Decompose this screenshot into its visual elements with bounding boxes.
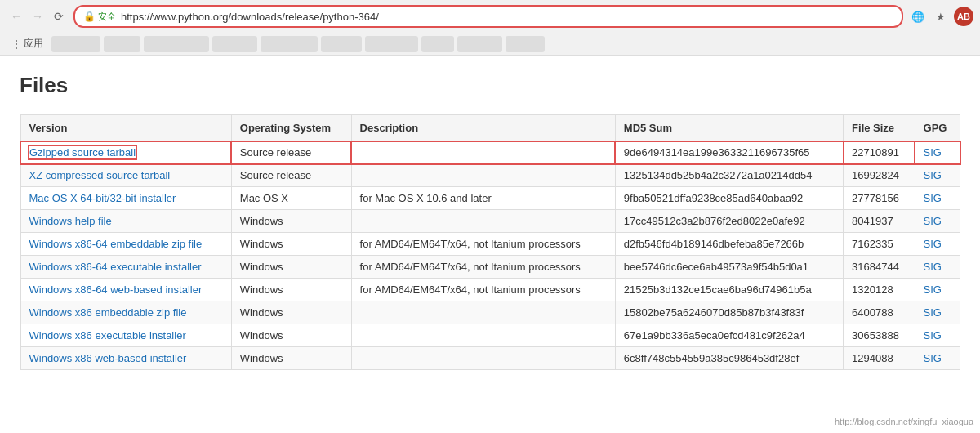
description-cell: for AMD64/EM64T/x64, not Itanium process… [351,233,615,256]
table-row: Windows x86-64 embeddable zip fileWindow… [20,233,960,256]
sig-link[interactable]: SIG [924,238,942,250]
version-cell: Windows x86-64 executable installer [20,256,231,279]
col-os: Operating System [231,115,351,141]
gpg-cell: SIG [915,187,960,210]
md5-cell: 15802be75a6246070d85b87b3f43f83f [615,301,843,324]
gpg-cell: SIG [915,164,960,187]
os-cell: Windows [231,233,351,256]
os-cell: Source release [231,164,351,187]
translate-button[interactable]: 🌐 [908,7,928,26]
md5-cell: 1325134dd525b4a2c3272a1a0214dd54 [615,164,843,187]
os-cell: Source release [231,141,351,164]
bookmark-8 [421,36,454,52]
sig-link[interactable]: SIG [924,215,942,227]
version-link[interactable]: Windows x86 executable installer [29,329,186,341]
description-cell [351,324,615,347]
version-link[interactable]: Windows x86-64 executable installer [29,261,202,273]
gpg-cell: SIG [915,301,960,324]
col-gpg: GPG [915,115,960,141]
description-cell: for AMD64/EM64T/x64, not Itanium process… [351,279,615,301]
page-title: Files [20,73,960,98]
table-body: Gzipped source tarballSource release9de6… [20,141,960,370]
table-row: Gzipped source tarballSource release9de6… [20,141,960,164]
description-cell [351,164,615,187]
sig-link[interactable]: SIG [924,192,942,204]
apps-button[interactable]: ⋮ 应用 [7,35,48,52]
version-link[interactable]: Windows help file [29,215,112,227]
sig-link[interactable]: SIG [924,306,942,319]
bookmark-4 [212,36,257,52]
md5-cell: d2fb546fd4b189146dbefeba85e7266b [615,233,843,256]
reload-button[interactable]: ⟳ [49,7,69,26]
table-row: XZ compressed source tarballSource relea… [20,164,960,187]
sig-link[interactable]: SIG [924,169,942,181]
sig-link[interactable]: SIG [924,146,942,158]
back-button[interactable]: ← [7,7,26,26]
version-link[interactable]: Mac OS X 64-bit/32-bit installer [29,192,176,204]
version-link[interactable]: XZ compressed source tarball [29,169,171,181]
filesize-cell: 22710891 [844,141,915,164]
description-cell [351,301,615,324]
version-cell: Windows x86 web-based installer [20,347,231,370]
version-cell: Windows help file [20,210,231,233]
table-row: Windows x86 embeddable zip fileWindows15… [20,301,960,324]
secure-label: 安全 [98,11,116,23]
filesize-cell: 1294088 [844,347,915,370]
bookmark-2 [104,36,140,52]
files-table: Version Operating System Description MD5… [20,114,960,370]
md5-cell: 6c8ff748c554559a385c986453df28ef [615,347,843,370]
description-cell [351,141,615,164]
sig-link[interactable]: SIG [924,352,942,364]
col-description: Description [351,115,615,141]
browser-chrome: ← → ⟳ 🔒 安全 https://www.python.org/downlo… [0,0,980,56]
sig-link[interactable]: SIG [924,329,942,341]
gpg-cell: SIG [915,141,960,164]
gpg-cell: SIG [915,233,960,256]
md5-cell: 9fba50521dffa9238ce85ad640abaa92 [615,187,843,210]
version-link[interactable]: Gzipped source tarball [29,146,136,158]
sig-link[interactable]: SIG [924,261,942,273]
filesize-cell: 7162335 [844,233,915,256]
filesize-cell: 31684744 [844,256,915,279]
gpg-cell: SIG [915,347,960,370]
md5-cell: 17cc49512c3a2b876f2ed8022e0afe92 [615,210,843,233]
bookmark-7 [365,36,418,52]
bookmark-9 [457,36,502,52]
table-header: Version Operating System Description MD5… [20,115,960,141]
table-row: Mac OS X 64-bit/32-bit installerMac OS X… [20,187,960,210]
filesize-cell: 8041937 [844,210,915,233]
table-row: Windows help fileWindows17cc49512c3a2b87… [20,210,960,233]
os-cell: Windows [231,324,351,347]
profile-avatar-button[interactable]: AB [954,7,973,26]
lock-icon: 🔒 [83,11,96,22]
bookmark-6 [321,36,362,52]
gpg-cell: SIG [915,256,960,279]
os-cell: Windows [231,210,351,233]
version-link[interactable]: Windows x86-64 web-based installer [29,283,203,296]
table-row: Windows x86-64 web-based installerWindow… [20,279,960,301]
description-cell [351,210,615,233]
header-row: Version Operating System Description MD5… [20,115,960,141]
address-bar[interactable]: 🔒 安全 https://www.python.org/downloads/re… [74,5,903,28]
md5-cell: bee5746dc6ece6ab49573a9f54b5d0a1 [615,256,843,279]
description-cell [351,347,615,370]
grid-icon: ⋮ [11,38,21,50]
version-cell: Windows x86-64 embeddable zip file [20,233,231,256]
secure-indicator: 🔒 安全 [83,11,116,23]
version-cell: Windows x86 executable installer [20,324,231,347]
description-cell: for AMD64/EM64T/x64, not Itanium process… [351,256,615,279]
col-md5: MD5 Sum [615,115,843,141]
version-link[interactable]: Windows x86 web-based installer [29,352,187,364]
bookmark-star-button[interactable]: ★ [931,7,951,26]
col-filesize: File Size [844,115,915,141]
page-content: Files Version Operating System Descripti… [0,56,980,386]
version-cell: XZ compressed source tarball [20,164,231,187]
sig-link[interactable]: SIG [924,283,942,296]
filesize-cell: 27778156 [844,187,915,210]
gpg-cell: SIG [915,324,960,347]
os-cell: Windows [231,301,351,324]
forward-button[interactable]: → [28,7,47,26]
version-link[interactable]: Windows x86-64 embeddable zip file [29,238,203,250]
table-row: Windows x86-64 executable installerWindo… [20,256,960,279]
version-link[interactable]: Windows x86 embeddable zip file [29,306,187,319]
